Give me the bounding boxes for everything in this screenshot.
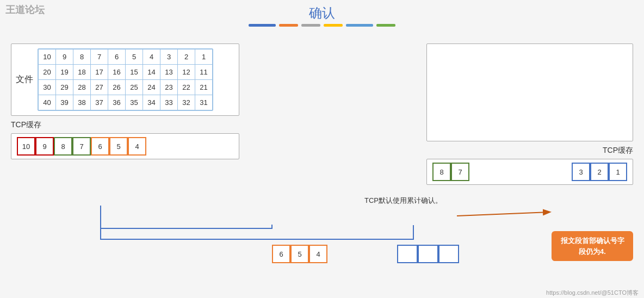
cell: 2 <box>178 49 195 65</box>
ack-cell-3 <box>438 245 459 263</box>
cell: 21 <box>195 80 213 95</box>
buffer-cell-yellow-6: 6 <box>91 137 109 156</box>
header: 确认 <box>0 0 644 27</box>
table-row: 40 39 38 37 36 35 34 33 32 31 <box>39 95 213 110</box>
cell: 34 <box>143 95 160 110</box>
cell: 7 <box>91 49 108 65</box>
ack-cell-2 <box>418 245 438 263</box>
footer-note: https://blog.csdn.net/@51CTO博客 <box>546 289 639 297</box>
cell: 1 <box>195 49 213 65</box>
right-cell-green-8: 8 <box>432 163 451 181</box>
bottom-ack-cells <box>397 245 459 263</box>
cell: 6 <box>108 49 126 65</box>
right-box <box>426 44 633 141</box>
bar-seg-5 <box>346 24 373 27</box>
cell: 32 <box>178 95 195 110</box>
file-table: 10 9 8 7 6 5 4 3 2 1 20 19 18 <box>38 49 213 110</box>
buffer-cell-green-7: 7 <box>72 137 91 156</box>
tcp-buffer-left: 10 9 8 7 6 5 4 <box>11 133 239 159</box>
cell: 23 <box>160 80 178 95</box>
buffer-cell-yellow-4: 4 <box>128 137 146 156</box>
bottom-cell-yellow-5: 5 <box>290 245 309 263</box>
bottom-cell-yellow-4: 4 <box>309 245 327 263</box>
cell: 19 <box>56 65 73 80</box>
cell: 4 <box>143 49 160 65</box>
cell: 29 <box>56 80 73 95</box>
cell: 33 <box>160 95 178 110</box>
cell: 31 <box>195 95 213 110</box>
bar-seg-4 <box>324 24 343 27</box>
cell: 9 <box>56 49 73 65</box>
buffer-cell-yellow-5: 5 <box>109 137 128 156</box>
cell: 3 <box>160 49 178 65</box>
table-row: 30 29 28 27 26 25 24 23 22 21 <box>39 80 213 95</box>
file-box: 文件 10 9 8 7 6 5 4 3 2 1 <box>11 44 239 116</box>
buffer-cell-red-9: 9 <box>35 137 54 156</box>
right-panel: TCP缓存 8 7 3 2 1 <box>426 44 633 185</box>
tcp-buffer-right: 8 7 3 2 1 <box>426 159 633 185</box>
buffer-cell-red-10: 10 <box>17 137 35 156</box>
bar-seg-1 <box>249 24 276 27</box>
bottom-yellow-cells: 6 5 4 <box>272 245 327 263</box>
ack-cell-1 <box>397 245 418 263</box>
file-grid: 10 9 8 7 6 5 4 3 2 1 20 19 18 <box>38 48 213 111</box>
right-green-group: 8 7 <box>432 163 469 181</box>
cell: 27 <box>91 80 108 95</box>
bar-seg-2 <box>279 24 298 27</box>
cell: 20 <box>39 65 56 80</box>
cell: 40 <box>39 95 56 110</box>
right-cell-blue-1: 1 <box>609 163 627 181</box>
bottom-cell-yellow-6: 6 <box>272 245 290 263</box>
tcp-note: TCP默认使用累计确认。 <box>364 196 442 206</box>
table-row: 10 9 8 7 6 5 4 3 2 1 <box>39 49 213 65</box>
watermark: 王道论坛 <box>5 3 45 16</box>
cell: 25 <box>126 80 143 95</box>
cell: 30 <box>39 80 56 95</box>
cell: 5 <box>126 49 143 65</box>
cell: 26 <box>108 80 126 95</box>
tcp-label-right: TCP缓存 <box>426 146 633 156</box>
cell: 10 <box>39 49 56 65</box>
bar-seg-6 <box>376 24 395 27</box>
cell: 14 <box>143 65 160 80</box>
cell: 24 <box>143 80 160 95</box>
cell: 28 <box>73 80 91 95</box>
right-blue-group: 3 2 1 <box>572 163 627 181</box>
cell: 35 <box>126 95 143 110</box>
right-cell-green-7: 7 <box>451 163 469 181</box>
right-cell-blue-2: 2 <box>590 163 609 181</box>
cell: 16 <box>108 65 126 80</box>
table-row: 20 19 18 17 16 15 14 13 12 11 <box>39 65 213 80</box>
cell: 15 <box>126 65 143 80</box>
left-panel: 文件 10 9 8 7 6 5 4 3 2 1 <box>11 44 239 159</box>
file-label: 文件 <box>16 74 33 85</box>
cell: 13 <box>160 65 178 80</box>
cell: 37 <box>91 95 108 110</box>
cell: 36 <box>108 95 126 110</box>
cell: 18 <box>73 65 91 80</box>
main-area: 文件 10 9 8 7 6 5 4 3 2 1 <box>0 38 644 298</box>
cell: 22 <box>178 80 195 95</box>
right-cell-blue-3: 3 <box>572 163 590 181</box>
cell: 39 <box>56 95 73 110</box>
buffer-cell-green-8: 8 <box>54 137 72 156</box>
bar-seg-3 <box>301 24 320 27</box>
cell: 38 <box>73 95 91 110</box>
color-bar <box>0 24 644 27</box>
cell: 17 <box>91 65 108 80</box>
tooltip-box: 报文段首部确认号字段仍为4. <box>552 231 633 261</box>
cell: 8 <box>73 49 91 65</box>
tcp-label-left: TCP缓存 <box>11 120 239 130</box>
page-title: 确认 <box>0 4 644 22</box>
cell: 12 <box>178 65 195 80</box>
cell: 11 <box>195 65 213 80</box>
